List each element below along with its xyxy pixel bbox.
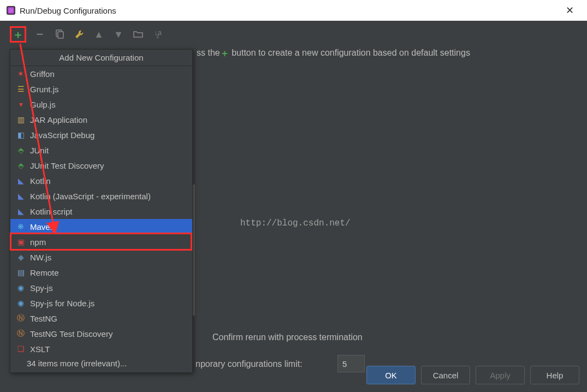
config-type-griffon[interactable]: ✶Griffon (10, 66, 192, 81)
hint-text: ss the＋ button to create a new configura… (197, 47, 470, 60)
limit-value: 5 (342, 359, 347, 369)
dropdown-header: Add New Configuration (10, 50, 192, 66)
config-type-spy-js-for-node-js[interactable]: ◉Spy-js for Node.js (10, 295, 192, 311)
sort-button[interactable]: ↓az (152, 28, 164, 40)
ok-button[interactable]: OK (366, 366, 416, 384)
spyjs-icon: ◉ (16, 298, 26, 308)
remove-configuration-button[interactable]: − (34, 28, 46, 40)
copy-configuration-button[interactable] (54, 28, 66, 40)
spyjs-icon: ◉ (16, 283, 26, 293)
config-type-spy-js[interactable]: ◉Spy-js (10, 280, 192, 295)
config-type-label: JUnit Test Discovery (30, 161, 104, 170)
dropdown-more[interactable]: 34 items more (irrelevant)... (10, 357, 192, 372)
config-type-gulp-js[interactable]: ▾Gulp.js (10, 97, 192, 112)
kotlin-icon: ◣ (16, 206, 26, 216)
config-type-label: TestNG (30, 314, 57, 323)
close-icon[interactable]: ✕ (559, 4, 580, 16)
griffon-icon: ✶ (16, 69, 26, 79)
testng-icon: Ⓝ (16, 329, 26, 338)
config-type-label: Kotlin script (30, 207, 73, 216)
gulp-icon: ▾ (16, 99, 26, 109)
config-type-label: Kotlin (30, 176, 51, 186)
add-configuration-button[interactable]: ＋ (10, 26, 26, 43)
config-type-label: JavaScript Debug (30, 130, 94, 140)
npm-icon: ▣ (16, 237, 26, 247)
remote-icon: ▤ (16, 268, 26, 277)
confirm-rerun-label: Confirm rerun with process termination (212, 332, 363, 342)
config-type-javascript-debug[interactable]: ◧JavaScript Debug (10, 127, 192, 142)
config-type-label: NW.js (30, 253, 51, 262)
config-type-npm[interactable]: ▣npm (10, 234, 192, 250)
xslt-icon: ❏ (16, 344, 26, 354)
hint-suffix: button to create a new configuration bas… (229, 48, 470, 57)
dialog-buttons: OK Cancel Apply Help (366, 366, 579, 384)
folder-icon[interactable] (132, 28, 144, 40)
kotlin-icon: ◣ (16, 176, 26, 186)
temporary-limit-label: nporary configurations limit: (195, 359, 303, 369)
kotlin-icon: ◣ (16, 191, 26, 201)
config-type-label: JUnit (30, 146, 49, 155)
svg-rect-2 (9, 8, 13, 13)
config-type-nw-js[interactable]: ◆NW.js (10, 250, 192, 265)
plus-icon: ＋ (13, 29, 23, 40)
config-type-label: Gulp.js (30, 100, 56, 109)
svg-rect-4 (58, 32, 63, 38)
config-type-junit-test-discovery[interactable]: ⬘JUnit Test Discovery (10, 158, 192, 173)
move-up-button[interactable]: ▲ (93, 28, 105, 40)
plus-icon: ＋ (220, 48, 229, 58)
config-type-kotlin-script[interactable]: ◣Kotlin script (10, 204, 192, 219)
config-type-label: Remote (30, 268, 59, 277)
config-type-label: npm (30, 237, 46, 247)
config-type-label: XSLT (30, 345, 50, 354)
jsdebug-icon: ◧ (16, 130, 26, 140)
titlebar: Run/Debug Configurations ✕ (0, 0, 587, 21)
junit-icon: ⬘ (16, 145, 26, 155)
config-type-grunt-js[interactable]: ☰Grunt.js (10, 81, 192, 97)
nwjs-icon: ◆ (16, 252, 26, 262)
apply-button: Apply (476, 366, 525, 384)
config-type-label: Kotlin (JavaScript - experimental) (30, 192, 151, 201)
config-type-testng[interactable]: ⓃTestNG (10, 311, 192, 326)
window-title: Run/Debug Configurations (20, 6, 116, 15)
config-type-maven[interactable]: ❋Maven (10, 219, 192, 234)
config-type-xslt[interactable]: ❏XSLT (10, 341, 192, 357)
maven-icon: ❋ (16, 222, 26, 231)
config-type-label: Maven (30, 222, 55, 231)
move-down-button[interactable]: ▼ (112, 28, 124, 40)
config-type-label: Grunt.js (30, 85, 59, 94)
temporary-limit-input[interactable]: 5 (337, 355, 365, 372)
config-type-remote[interactable]: ▤Remote (10, 265, 192, 280)
hint-prefix: ss the (197, 48, 220, 57)
cancel-button[interactable]: Cancel (421, 366, 470, 384)
config-type-kotlin-javascript-experimental[interactable]: ◣Kotlin (JavaScript - experimental) (10, 188, 192, 204)
config-type-label: Spy-js for Node.js (30, 299, 94, 308)
dialog-content: ＋ − ▲ ▼ ↓az Add New Configuration ✶Griff… (0, 21, 587, 392)
help-button[interactable]: Help (530, 366, 579, 384)
config-type-kotlin[interactable]: ◣Kotlin (10, 173, 192, 188)
wrench-icon[interactable] (73, 28, 85, 40)
app-icon (7, 6, 15, 15)
junit-icon: ⬘ (16, 161, 26, 170)
config-type-jar-application[interactable]: ▥JAR Application (10, 112, 192, 127)
toolbar: ＋ − ▲ ▼ ↓az (10, 26, 164, 43)
config-type-testng-test-discovery[interactable]: ⓃTestNG Test Discovery (10, 326, 192, 341)
add-configuration-dropdown: Add New Configuration ✶Griffon☰Grunt.js▾… (10, 49, 193, 373)
config-type-label: TestNG Test Discovery (30, 329, 112, 338)
config-type-label: Griffon (30, 69, 55, 79)
testng-icon: Ⓝ (16, 313, 26, 323)
config-type-label: JAR Application (30, 115, 87, 124)
config-type-label: Spy-js (30, 283, 53, 293)
jar-icon: ▥ (16, 115, 26, 124)
splitter-handle[interactable] (193, 185, 195, 316)
watermark-text: http://blog.csdn.net/ (240, 218, 351, 228)
config-type-junit[interactable]: ⬘JUnit (10, 142, 192, 158)
grunt-icon: ☰ (16, 84, 26, 94)
